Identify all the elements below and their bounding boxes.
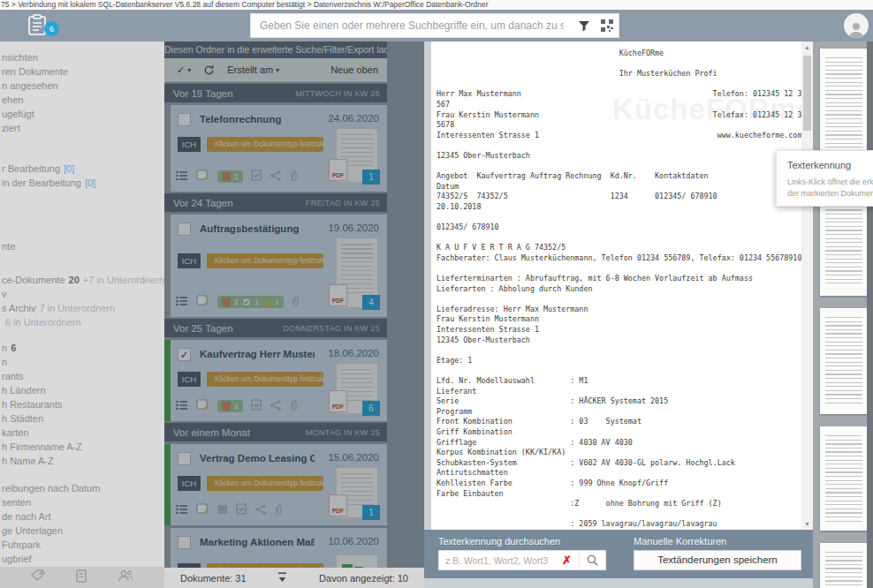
- set-doctype-button[interactable]: Klicken um Dokumenttyp festzulegen: [207, 137, 323, 152]
- details-list-icon[interactable]: [176, 398, 188, 414]
- sidebar-item[interactable]: ugbrief: [0, 552, 164, 566]
- tasks-icon[interactable]: [236, 502, 247, 518]
- notes-icon[interactable]: [196, 294, 209, 310]
- sidebar-item[interactable]: de nach Art: [0, 509, 164, 524]
- sidebar-item[interactable]: ce-Dokumente20+7 in Unterordnern: [0, 273, 164, 287]
- sidebar-item[interactable]: s Archiv7 in Unterordnern: [0, 301, 164, 315]
- sidebar-item[interactable]: h Restaurants: [0, 397, 164, 411]
- qr-code-icon[interactable]: [596, 19, 619, 32]
- document-thumbnail[interactable]: PDF 1: [336, 128, 378, 183]
- sort-by-dropdown[interactable]: Erstellt am▾: [227, 64, 279, 75]
- card-checkbox[interactable]: [178, 452, 191, 465]
- sidebar-item[interactable]: senten: [0, 495, 164, 509]
- card-status-strip: [164, 105, 171, 192]
- tags-badge[interactable]: 1: [217, 170, 243, 183]
- attachment-icon[interactable]: [290, 398, 298, 414]
- details-list-icon[interactable]: [176, 502, 188, 518]
- refresh-icon[interactable]: [203, 64, 215, 76]
- scroll-up-icon[interactable]: ▲: [801, 41, 813, 53]
- group-weekday: FREITAG IN KW 25: [306, 199, 380, 207]
- card-checkbox[interactable]: [178, 222, 191, 236]
- set-doctype-button[interactable]: Klicken um Dokumenttyp festzulegen: [207, 372, 323, 387]
- document-thumbnail[interactable]: PDF 6: [336, 363, 378, 414]
- sidebar-item[interactable]: ziert: [0, 121, 164, 135]
- sidebar-item[interactable]: r Bearbeitung[0]: [0, 162, 164, 176]
- user-avatar[interactable]: [844, 13, 869, 38]
- sidebar-item[interactable]: ehen: [0, 93, 164, 107]
- search-icon[interactable]: [580, 554, 605, 566]
- notes-icon[interactable]: [196, 169, 209, 185]
- sidebar-item[interactable]: h Firmenname A-Z: [0, 440, 164, 454]
- document-card[interactable]: Auftragsbestätigung 19.06.2020 ICH Klick…: [164, 215, 387, 317]
- rail-scrollbar[interactable]: [867, 41, 873, 588]
- scrollbar-thumb[interactable]: [803, 56, 811, 131]
- tags-badge[interactable]: 1: [217, 400, 243, 412]
- sidebar-item[interactable]: h Städten: [0, 411, 164, 426]
- load-folder-button[interactable]: Diesen Ordner in die erweiterte Suche/Fi…: [164, 41, 387, 58]
- select-all-checkbox[interactable]: ✓▾: [177, 64, 191, 76]
- sidebar-item[interactable]: h Name A-Z: [0, 454, 164, 468]
- document-card-selected[interactable]: ✓ Kaufvertrag Herr Mustermann 18.06.2020…: [164, 340, 387, 421]
- share-icon[interactable]: [269, 398, 282, 414]
- sidebar-item[interactable]: nsichten: [0, 50, 164, 64]
- page-thumbnail[interactable]: [820, 308, 868, 414]
- ocr-search-input[interactable]: [439, 555, 555, 566]
- sidebar-item[interactable]: in der Bearbeitung[0]: [0, 176, 164, 190]
- sidebar-item[interactable]: n6: [0, 341, 164, 355]
- document-thumbnail[interactable]: PDF 4: [336, 237, 378, 308]
- collapse-icon[interactable]: [277, 572, 287, 584]
- sidebar-item[interactable]: n: [0, 355, 164, 369]
- set-doctype-button[interactable]: Klicken um Dokumenttyp festzulegen: [207, 253, 323, 268]
- document-card[interactable]: Vertrag Demo Leasing Groupe 15.06.2020 I…: [164, 444, 387, 525]
- tasks-icon[interactable]: [251, 398, 262, 414]
- sidebar-item[interactable]: n angesehen: [0, 79, 164, 93]
- page-thumbnail[interactable]: [820, 543, 868, 588]
- notes-icon[interactable]: [196, 502, 209, 518]
- scroll-down-icon[interactable]: ▼: [801, 518, 813, 530]
- tags-badge[interactable]: 2 1 1: [217, 296, 284, 308]
- attachment-icon[interactable]: [275, 502, 283, 518]
- sidebar-item[interactable]: ge Unterlagen: [0, 524, 164, 538]
- sidebar-item[interactable]: reibungen nach Datum: [0, 481, 164, 495]
- sidebar-item[interactable]: 6 in Unterordnern: [0, 315, 164, 329]
- tags-icon-inactive[interactable]: [217, 502, 228, 518]
- global-search-input[interactable]: [251, 19, 573, 32]
- sidebar-item[interactable]: Fuhrpark: [0, 538, 164, 552]
- card-checkbox[interactable]: [178, 113, 191, 126]
- sort-order-toggle[interactable]: Neue oben: [330, 64, 378, 75]
- sidebar-item[interactable]: rants: [0, 369, 164, 383]
- ocr-text-area[interactable]: KücheFORme KücheFORme Ihr Musterküchen P…: [431, 41, 813, 530]
- share-icon[interactable]: [269, 169, 282, 185]
- card-checkbox[interactable]: [178, 536, 191, 549]
- page-thumbnail[interactable]: [820, 426, 868, 531]
- set-doctype-button[interactable]: Klicken um Dokumenttyp festzulegen: [207, 476, 323, 491]
- document-card[interactable]: Telefonrechnung 24.06.2020 ICH Klicken u…: [164, 105, 387, 192]
- ocr-scrollbar[interactable]: ▲ ▼: [801, 41, 813, 530]
- save-text-changes-button[interactable]: Textänderungen speichern: [634, 550, 801, 570]
- document-thumbnail[interactable]: PDF 1: [336, 467, 378, 518]
- sidebar-item[interactable]: ren Dokumente: [0, 64, 164, 79]
- attachment-icon[interactable]: [292, 294, 300, 310]
- sidebar-item[interactable]: h Ländern: [0, 383, 164, 397]
- filter-icon[interactable]: [573, 20, 596, 32]
- details-list-icon[interactable]: [176, 169, 188, 185]
- contacts-icon[interactable]: [118, 569, 133, 585]
- sidebar-item[interactable]: karten: [0, 426, 164, 440]
- attachment-icon[interactable]: [290, 169, 298, 185]
- group-title: Vor 19 Tagen: [173, 88, 233, 99]
- document-icon[interactable]: [76, 569, 87, 586]
- notification-badge[interactable]: 6: [44, 21, 59, 36]
- clear-search-icon[interactable]: ✗: [555, 554, 580, 567]
- sidebar-item[interactable]: v: [0, 287, 164, 301]
- details-list-icon[interactable]: [176, 294, 188, 310]
- sidebar-item[interactable]: ugefügt: [0, 107, 164, 121]
- tags-icon[interactable]: [31, 569, 46, 585]
- notes-icon[interactable]: [196, 398, 209, 414]
- share-icon[interactable]: [254, 502, 267, 518]
- sidebar-item[interactable]: nte: [0, 239, 164, 253]
- tasks-icon[interactable]: [251, 169, 262, 185]
- page-thumbnail-content: [825, 317, 862, 405]
- card-checkbox-checked[interactable]: ✓: [178, 348, 191, 361]
- sidebar-item-label: ehen: [2, 94, 23, 105]
- documents-total: Dokumente: 31: [180, 573, 247, 584]
